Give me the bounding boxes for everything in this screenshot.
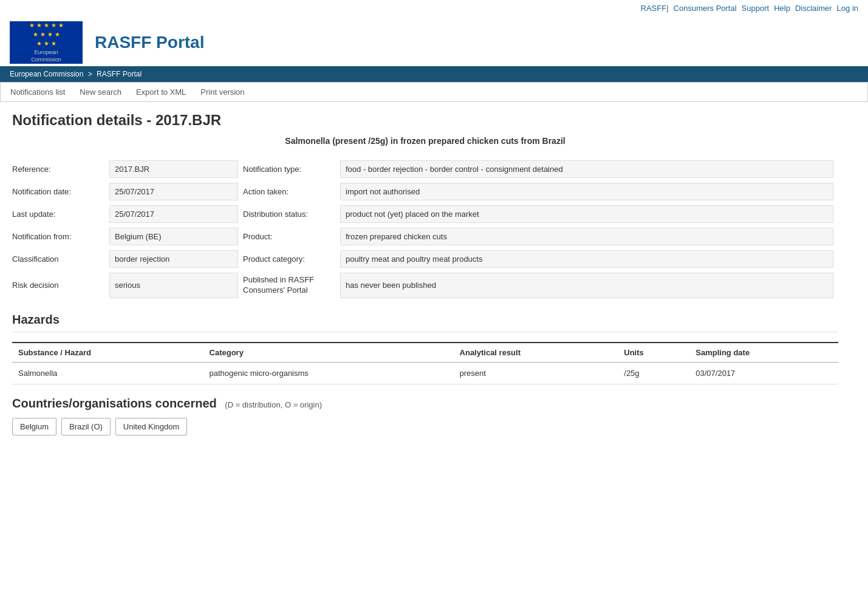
star-icon: ★ xyxy=(51,40,56,47)
star-icon: ★ xyxy=(29,22,35,29)
stars-row: ★ ★ ★ ★ ★ xyxy=(29,22,64,29)
classification-label: Classification xyxy=(12,248,109,270)
star-icon: ★ xyxy=(36,40,42,47)
hazard-cell-1: pathogenic micro-organisms xyxy=(203,362,454,384)
country-tag[interactable]: United Kingdom xyxy=(115,418,188,435)
disclaimer-link[interactable]: Disclaimer xyxy=(795,4,832,13)
help-link[interactable]: Help xyxy=(774,4,790,13)
consumers-portal-link[interactable]: Consumers Portal xyxy=(674,4,737,13)
country-tag[interactable]: Brazil (O) xyxy=(61,418,111,435)
country-tag[interactable]: Belgium xyxy=(12,418,56,435)
stars-row: ★ ★ ★ xyxy=(36,40,56,47)
notification-from-value: Belgium (BE) xyxy=(109,228,238,245)
hazard-cell-4: 03/07/2017 xyxy=(689,362,838,384)
login-link[interactable]: Log in xyxy=(837,4,858,13)
top-navigation: RASFF | Consumers Portal Support Help Di… xyxy=(0,0,868,16)
product-category-value: poultry meat and poultry meat products xyxy=(340,250,833,268)
breadcrumb-ec-link[interactable]: European Commission xyxy=(10,70,83,78)
notification-type-value: food - border rejection - border control… xyxy=(340,160,833,178)
reference-label: Reference: xyxy=(12,158,109,180)
col-header-analytical: Analytical result xyxy=(454,343,618,363)
secondary-navigation: Notifications list New search Export to … xyxy=(0,82,868,102)
header: ★ ★ ★ ★ ★ ★ ★ ★ ★ ★ ★ ★ Eu xyxy=(0,16,868,64)
notification-type-label: Notification type: xyxy=(243,158,340,180)
countries-title-text: Countries/organisations concerned xyxy=(12,397,217,410)
star-icon: ★ xyxy=(58,22,64,29)
hazard-cell-0: Salmonella xyxy=(12,362,203,384)
action-taken-value: import not authorised xyxy=(340,183,833,200)
hazards-table-header-row: Substance / Hazard Category Analytical r… xyxy=(12,343,838,363)
star-icon: ★ xyxy=(47,31,53,38)
star-icon: ★ xyxy=(44,40,49,47)
main-content: Notification details - 2017.BJR Salmonel… xyxy=(0,102,850,445)
countries-subtitle: (D = distribution, O = origin) xyxy=(225,400,322,409)
star-icon: ★ xyxy=(44,22,49,29)
risk-decision-value: serious xyxy=(109,273,238,298)
hazards-table: Substance / Hazard Category Analytical r… xyxy=(12,342,838,384)
risk-decision-label: Risk decision xyxy=(12,270,109,301)
blue-banner: European Commission > RASFF Portal xyxy=(0,66,868,82)
logo-area: ★ ★ ★ ★ ★ ★ ★ ★ ★ ★ ★ ★ Eu xyxy=(10,21,204,64)
nav-separator: | xyxy=(666,4,668,13)
print-version-link[interactable]: Print version xyxy=(200,87,244,97)
col-header-category: Category xyxy=(203,343,454,363)
star-icon: ★ xyxy=(40,31,46,38)
notifications-list-link[interactable]: Notifications list xyxy=(10,87,65,97)
notification-subtitle: Salmonella (present /25g) in frozen prep… xyxy=(12,136,838,146)
notification-date-value: 25/07/2017 xyxy=(109,183,238,200)
page-title: Notification details - 2017.BJR xyxy=(12,112,838,129)
eu-commission-text: European Commission xyxy=(31,49,61,63)
breadcrumb-separator: > xyxy=(88,70,92,78)
portal-title: RASFF Portal xyxy=(95,33,204,52)
col-header-sampling: Sampling date xyxy=(689,343,838,363)
distribution-status-value: product not (yet) placed on the market xyxy=(340,205,833,223)
product-category-label: Product category: xyxy=(243,248,340,270)
export-xml-link[interactable]: Export to XML xyxy=(136,87,186,97)
last-update-value: 25/07/2017 xyxy=(109,205,238,223)
hazard-cell-3: /25g xyxy=(618,362,689,384)
last-update-label: Last update: xyxy=(12,203,109,225)
country-tags: BelgiumBrazil (O)United Kingdom xyxy=(12,418,838,435)
col-header-substance: Substance / Hazard xyxy=(12,343,203,363)
reference-value: 2017.BJR xyxy=(109,160,238,178)
notification-date-label: Notification date: xyxy=(12,180,109,203)
distribution-status-label: Distribution status: xyxy=(243,203,340,225)
star-icon: ★ xyxy=(33,31,38,38)
hazard-row: Salmonellapathogenic micro-organismspres… xyxy=(12,362,838,384)
published-label: Published in RASFF Consumers' Portal xyxy=(243,270,340,301)
star-icon: ★ xyxy=(51,22,56,29)
stars-row: ★ ★ ★ ★ xyxy=(33,31,60,38)
published-value: has never been published xyxy=(340,273,833,298)
hazards-divider xyxy=(12,332,838,332)
eu-logo: ★ ★ ★ ★ ★ ★ ★ ★ ★ ★ ★ ★ Eu xyxy=(10,21,83,64)
details-grid: Reference: 2017.BJR Notification type: f… xyxy=(12,158,838,301)
col-header-units: Units xyxy=(618,343,689,363)
hazards-title: Hazards xyxy=(12,313,838,327)
product-value: frozen prepared chicken cuts xyxy=(340,228,833,245)
star-icon: ★ xyxy=(55,31,60,38)
support-link[interactable]: Support xyxy=(742,4,770,13)
action-taken-label: Action taken: xyxy=(243,180,340,203)
countries-title: Countries/organisations concerned (D = d… xyxy=(12,397,838,411)
rasff-link[interactable]: RASFF xyxy=(641,4,667,13)
star-icon: ★ xyxy=(36,22,42,29)
hazard-cell-2: present xyxy=(454,362,618,384)
new-search-link[interactable]: New search xyxy=(80,87,121,97)
classification-value: border rejection xyxy=(109,250,238,268)
notification-from-label: Notification from: xyxy=(12,225,109,248)
breadcrumb-portal-link[interactable]: RASFF Portal xyxy=(97,70,142,78)
product-label: Product: xyxy=(243,225,340,248)
